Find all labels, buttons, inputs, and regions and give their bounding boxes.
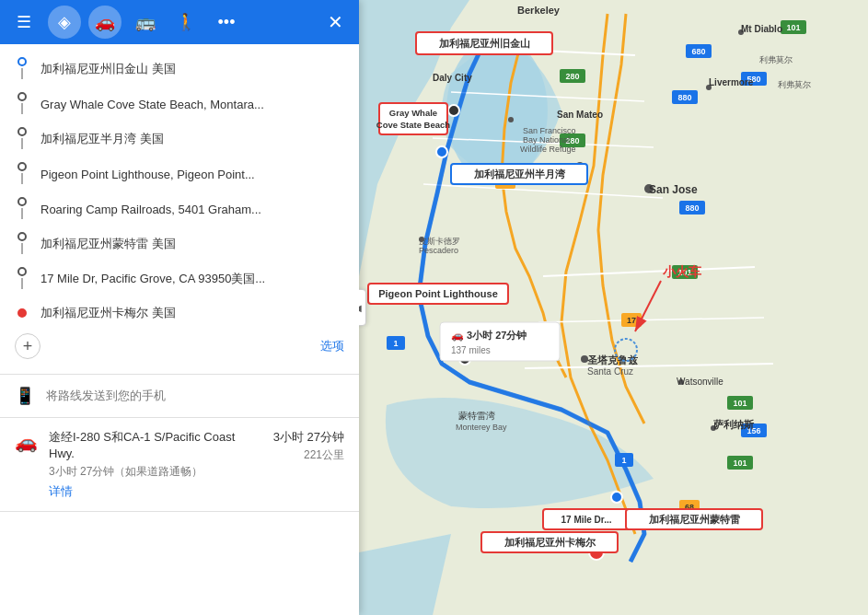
svg-text:Mt Diablo: Mt Diablo: [741, 24, 782, 34]
waypoint-dot-col-5: [11, 197, 33, 221]
map-area[interactable]: ◀: [359, 0, 868, 615]
close-button[interactable]: ✕: [318, 6, 352, 39]
dot-dashed: [21, 68, 23, 79]
dot-dashed-7: [21, 278, 23, 289]
directions-icon[interactable]: ◈: [48, 6, 81, 39]
svg-text:Santa Cruz: Santa Cruz: [587, 366, 633, 377]
send-row[interactable]: 📱 将路线发送到您的手机: [0, 375, 359, 418]
detail-link[interactable]: 详情: [49, 483, 73, 500]
waypoint-row-1[interactable]: 加利福尼亚州旧金山 美国: [0, 52, 359, 87]
svg-text:101: 101: [733, 399, 746, 408]
waypoint-dot-col-4: [11, 162, 33, 186]
svg-text:1: 1: [393, 339, 398, 348]
svg-text:小火车: 小火车: [662, 264, 702, 279]
svg-text:利弗莫尔: 利弗莫尔: [759, 55, 793, 64]
waypoint-text-7: 17 Mile Dr, Pacific Grove, CA 93950美国...: [41, 271, 348, 287]
svg-text:Pescadero: Pescadero: [419, 246, 458, 255]
svg-text:Wildlife Refuge: Wildlife Refuge: [520, 145, 576, 154]
svg-text:Bay National: Bay National: [523, 135, 570, 145]
waypoint-text-6: 加利福尼亚州蒙特雷 美国: [41, 236, 348, 252]
waypoint-dot-col: [11, 57, 33, 81]
car-route-icon: 🚗: [15, 431, 38, 453]
send-text: 将路线发送到您的手机: [46, 388, 166, 404]
more-icon[interactable]: •••: [210, 6, 243, 39]
svg-text:Daly City: Daly City: [433, 73, 472, 83]
svg-text:加利福尼亚州旧金山: 加利福尼亚州旧金山: [438, 38, 530, 49]
waypoint-text-4: Pigeon Point Lighthouse, Pigeon Point...: [41, 168, 348, 181]
waypoint-row-5[interactable]: Roaring Camp Railroads, 5401 Graham...: [0, 191, 359, 226]
mid-dot-3: [17, 127, 27, 136]
top-nav: ☰ ◈ 🚗 🚌 🚶 ••• ✕: [0, 0, 359, 44]
svg-text:San Mateo: San Mateo: [557, 110, 603, 120]
route-details: 途经I-280 S和CA-1 S/Pacific Coast Hwy. 3小时 …: [49, 429, 262, 500]
mid-dot-7: [17, 267, 27, 276]
phone-icon: 📱: [15, 386, 35, 406]
svg-text:280: 280: [565, 72, 579, 81]
route-time-col: 3小时 27分钟 221公里: [273, 429, 344, 463]
waypoint-row-4[interactable]: Pigeon Point Lighthouse, Pigeon Point...: [0, 157, 359, 191]
svg-text:圣塔克鲁兹: 圣塔克鲁兹: [586, 354, 638, 366]
svg-text:San Jose: San Jose: [649, 183, 698, 196]
menu-icon[interactable]: ☰: [7, 6, 41, 39]
svg-text:利弗莫尔: 利弗莫尔: [778, 80, 811, 89]
route-subtitle: 3小时 27分钟（如果道路通畅）: [49, 464, 262, 480]
route-dist: 221公里: [273, 447, 344, 463]
svg-text:加利福尼亚州卡梅尔: 加利福尼亚州卡梅尔: [503, 537, 596, 548]
waypoint-dot-col-7: [11, 267, 33, 291]
walk-icon[interactable]: 🚶: [169, 6, 203, 39]
route-time: 3小时 27分钟: [273, 429, 344, 446]
waypoint-text-2: Gray Whale Cove State Beach, Montara...: [41, 98, 348, 111]
left-panel: ☰ ◈ 🚗 🚌 🚶 ••• ✕ 加利福尼亚州旧金山 美国 Gray Whale …: [0, 0, 359, 615]
svg-point-77: [611, 492, 622, 503]
svg-text:880: 880: [677, 93, 691, 102]
waypoints-container: 加利福尼亚州旧金山 美国 Gray Whale Cove State Beach…: [0, 44, 359, 375]
waypoint-text-5: Roaring Camp Railroads, 5401 Graham...: [41, 203, 348, 216]
svg-text:880: 880: [685, 203, 699, 213]
waypoint-row-8[interactable]: 加利福尼亚州卡梅尔 美国: [0, 296, 359, 330]
waypoint-text-1: 加利福尼亚州旧金山 美国: [41, 61, 348, 77]
svg-text:101: 101: [733, 458, 746, 468]
svg-text:Livermore: Livermore: [709, 77, 754, 87]
dot-dashed-2: [21, 103, 23, 114]
options-button[interactable]: 选项: [320, 338, 344, 354]
waypoint-row-6[interactable]: 加利福尼亚州蒙特雷 美国: [0, 226, 359, 261]
options-row: + 选项: [0, 330, 359, 366]
start-dot: [17, 57, 27, 66]
svg-text:680: 680: [691, 47, 705, 56]
waypoint-dot-col-6: [11, 232, 33, 256]
mid-dot-2: [17, 92, 27, 101]
waypoint-dot-col-8: [11, 308, 33, 318]
svg-text:Watsonville: Watsonville: [677, 377, 723, 387]
dot-dashed-5: [21, 208, 23, 219]
svg-text:Pigeon Point Lighthouse: Pigeon Point Lighthouse: [378, 288, 498, 299]
waypoint-row-7[interactable]: 17 Mile Dr, Pacific Grove, CA 93950美国...: [0, 261, 359, 296]
svg-text:Gray Whale: Gray Whale: [389, 108, 437, 118]
waypoint-row-3[interactable]: 加利福尼亚半月湾 美国: [0, 122, 359, 157]
svg-text:San Francisco: San Francisco: [523, 126, 576, 135]
svg-point-10: [508, 117, 514, 122]
svg-text:Cove State Beach: Cove State Beach: [376, 120, 450, 130]
svg-text:101: 101: [786, 23, 800, 32]
svg-text:🚗 3小时 27分钟: 🚗 3小时 27分钟: [451, 329, 527, 342]
transit-icon[interactable]: 🚌: [129, 6, 162, 39]
route-via: 途经I-280 S和CA-1 S/Pacific Coast Hwy.: [49, 429, 262, 462]
collapse-handle[interactable]: ◀: [359, 289, 366, 326]
svg-text:皮斯卡德罗: 皮斯卡德罗: [419, 237, 460, 246]
mid-dot-6: [17, 232, 27, 241]
svg-text:Monterey Bay: Monterey Bay: [456, 423, 507, 432]
svg-text:137 miles: 137 miles: [451, 345, 491, 355]
svg-point-74: [436, 146, 447, 157]
svg-text:蒙特雷湾: 蒙特雷湾: [458, 411, 495, 421]
waypoint-dot-col-3: [11, 127, 33, 151]
dot-dashed-3: [21, 138, 23, 149]
svg-text:加利福尼亚州半月湾: 加利福尼亚州半月湾: [473, 168, 566, 180]
svg-text:17: 17: [627, 316, 636, 325]
svg-text:Berkeley: Berkeley: [517, 5, 561, 16]
dot-dashed-4: [21, 173, 23, 184]
waypoint-row-2[interactable]: Gray Whale Cove State Beach, Montara...: [0, 87, 359, 122]
car-icon[interactable]: 🚗: [88, 6, 122, 39]
svg-point-73: [448, 105, 459, 116]
svg-text:萨利纳斯: 萨利纳斯: [713, 419, 755, 430]
add-waypoint-button[interactable]: +: [15, 333, 41, 359]
route-option[interactable]: 🚗 途经I-280 S和CA-1 S/Pacific Coast Hwy. 3小…: [0, 418, 359, 512]
